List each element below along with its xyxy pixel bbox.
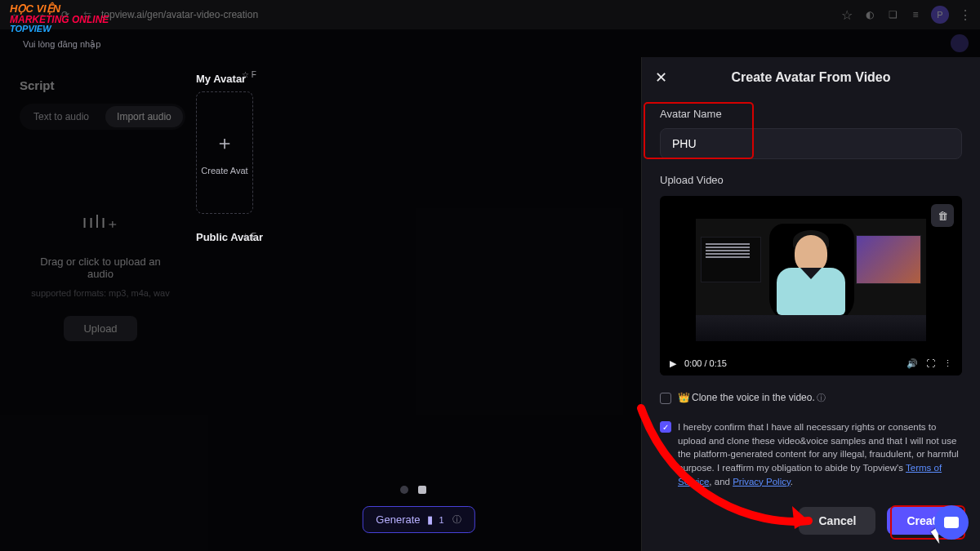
video-thumbnail xyxy=(696,219,926,341)
cancel-button[interactable]: Cancel xyxy=(799,507,875,535)
close-icon[interactable]: ✕ xyxy=(655,69,673,87)
profile-avatar[interactable]: P xyxy=(931,6,949,24)
extensions-puzzle-icon[interactable]: ❏ xyxy=(885,9,900,20)
upload-button[interactable]: Upload xyxy=(64,316,136,341)
volume-icon[interactable]: 🔊 xyxy=(906,358,918,369)
address-bar[interactable]: topview.ai/gen/avatar-video-creation xyxy=(101,9,363,20)
video-preview[interactable]: 🗑 ▶ 0:00 / 0:15 🔊 ⛶ xyxy=(660,196,962,375)
create-avatar-panel: ✕ Create Avatar From Video Avatar Name U… xyxy=(641,57,980,551)
tab-import-audio[interactable]: Import audio xyxy=(105,106,183,127)
browser-bar: ← → ⟳ ⇆ topview.ai/gen/avatar-video-crea… xyxy=(0,0,980,29)
info-icon[interactable]: ⓘ xyxy=(817,393,826,402)
browser-menu-icon[interactable]: ⋮ xyxy=(957,7,972,23)
info-icon: ⓘ xyxy=(452,513,461,526)
upload-hint: Drag or click to upload an audio xyxy=(29,256,172,280)
avatar-name-label: Avatar Name xyxy=(660,108,962,120)
dot-icon xyxy=(418,486,426,494)
avatar-name-input[interactable] xyxy=(660,128,962,159)
script-sidebar: Script Text to audio Import audio ıılı₊ … xyxy=(0,57,196,551)
pager-dots xyxy=(400,486,426,494)
crown-icon: 👑 xyxy=(678,392,690,403)
watermark-subtext: Vui lòng đăng nhập xyxy=(23,39,100,50)
watermark-logo: HỌC VIỆN MARKETING ONLINE TOPVIEW xyxy=(10,3,109,34)
upload-video-label: Upload Video xyxy=(660,174,962,186)
reading-list-icon[interactable]: ≡ xyxy=(908,9,923,20)
upload-formats: supported formats: mp3, m4a, wav xyxy=(29,288,172,298)
fullscreen-icon[interactable]: ⛶ xyxy=(926,358,935,368)
bookmark-star-icon[interactable]: ☆ xyxy=(840,7,854,23)
user-avatar[interactable] xyxy=(951,34,969,52)
video-menu-icon[interactable]: ⋮ xyxy=(943,358,952,369)
tab-text-to-audio[interactable]: Text to audio xyxy=(22,106,100,127)
delete-video-button[interactable]: 🗑 xyxy=(931,204,954,227)
plus-icon: ＋ xyxy=(215,130,234,156)
clone-voice-row[interactable]: 👑Clone the voice in the video.ⓘ xyxy=(660,392,962,404)
generate-button[interactable]: Generate ▮ 1 ⓘ xyxy=(362,506,474,533)
consent-row[interactable]: ✓ I hereby confirm that I have all neces… xyxy=(660,420,962,488)
support-chat-button[interactable] xyxy=(934,505,969,540)
app-header xyxy=(0,29,980,57)
video-controls: ▶ 0:00 / 0:15 🔊 ⛶ ⋮ xyxy=(660,351,962,375)
consent-text: I hereby confirm that I have all necessa… xyxy=(678,420,962,488)
credit-icon: ▮ xyxy=(427,513,433,526)
clone-voice-label: Clone the voice in the video. xyxy=(692,392,815,403)
public-avatar-title: Public Avatar xyxy=(196,232,270,243)
script-title: Script xyxy=(20,78,181,92)
extension-icon[interactable]: ◐ xyxy=(862,9,877,20)
favorite-icon[interactable]: ☆ F xyxy=(242,232,256,241)
clone-voice-checkbox[interactable] xyxy=(660,393,671,404)
consent-checkbox[interactable]: ✓ xyxy=(660,421,671,433)
create-avatar-label: Create Avat xyxy=(201,166,247,176)
favorite-icon[interactable]: ☆ F xyxy=(242,70,256,79)
waveform-icon: ıılı₊ xyxy=(29,211,172,233)
avatar-area: ☆ F My Avatar ＋ Create Avat ☆ F Public A… xyxy=(196,57,641,551)
privacy-link[interactable]: Privacy Policy xyxy=(733,477,791,487)
create-avatar-tile[interactable]: ＋ Create Avat xyxy=(196,91,253,214)
play-icon[interactable]: ▶ xyxy=(670,358,676,369)
credit-count: 1 xyxy=(439,515,444,525)
script-tabs: Text to audio Import audio xyxy=(20,104,185,130)
video-time: 0:00 / 0:15 xyxy=(684,358,727,368)
audio-upload-card[interactable]: ıılı₊ Drag or click to upload an audio s… xyxy=(20,162,181,366)
dot-icon xyxy=(400,486,408,494)
my-avatar-title: My Avatar xyxy=(196,73,270,85)
panel-title: Create Avatar From Video xyxy=(673,70,949,85)
